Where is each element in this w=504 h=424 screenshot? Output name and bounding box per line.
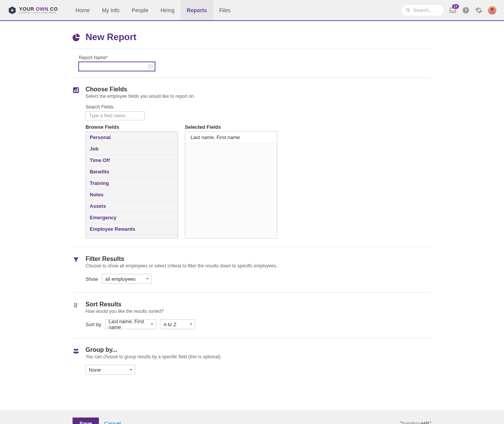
- nav-tab-files[interactable]: Files: [213, 0, 237, 20]
- svg-point-17: [75, 349, 77, 351]
- choose-fields-title: Choose Fields: [86, 86, 431, 93]
- sortby-label: Sort by: [86, 322, 101, 327]
- page-content: New Report Report Name* Choose Fields Se…: [73, 21, 431, 398]
- nav-tab-myinfo[interactable]: My Info: [96, 0, 126, 20]
- inbox-icon[interactable]: 17: [449, 6, 457, 14]
- group-by-select[interactable]: None: [86, 365, 135, 375]
- svg-line-3: [409, 11, 410, 12]
- show-label: Show: [86, 276, 98, 282]
- browse-item-timeoff[interactable]: Time Off: [86, 155, 178, 166]
- contact-card-icon: [147, 63, 153, 70]
- funnel-icon: [73, 256, 80, 284]
- filter-title: Filter Results: [86, 256, 431, 262]
- svg-rect-13: [76, 89, 76, 92]
- show-select[interactable]: all employees: [102, 274, 152, 284]
- browse-item-emergency[interactable]: Emergency: [86, 212, 178, 223]
- gear-icon[interactable]: [475, 6, 483, 14]
- global-search: [402, 5, 444, 16]
- search-fields-input[interactable]: [86, 111, 145, 120]
- browse-item-funfacts[interactable]: Fun Facts: [86, 235, 178, 238]
- browse-fields-list[interactable]: Personal Job Time Off Benefits Training …: [86, 131, 178, 238]
- report-name-input[interactable]: [79, 62, 155, 71]
- svg-rect-7: [148, 65, 153, 68]
- nav-tab-reports[interactable]: Reports: [181, 0, 213, 20]
- brand-tm: ®: [429, 421, 431, 424]
- save-button[interactable]: Save: [73, 418, 99, 424]
- browse-fields-label: Browse Fields: [86, 124, 178, 130]
- page-footer: Save Cancel ®bambooHR®: [0, 410, 504, 424]
- logo-hexagon-icon: [8, 6, 17, 15]
- logo-word-2: OWN: [36, 6, 48, 12]
- nav-tab-hiring[interactable]: Hiring: [154, 0, 181, 20]
- selected-fields-label: Selected Fields: [185, 124, 277, 130]
- choose-fields-subtitle: Select the employee fields you would lik…: [86, 94, 431, 99]
- svg-rect-12: [74, 90, 75, 92]
- search-icon: [405, 8, 411, 13]
- top-navigation: YOUR OWN CO COMPANY LOGO GOES HERE Home …: [0, 0, 504, 21]
- section-filter-results: Filter Results Choose to show all employ…: [73, 247, 431, 292]
- browse-item-job[interactable]: Job: [86, 143, 178, 155]
- filter-subtitle: Choose to show all employees or select c…: [86, 263, 431, 269]
- nav-tab-home[interactable]: Home: [69, 0, 96, 20]
- logo-word-3: CO: [48, 6, 58, 12]
- browse-item-personal[interactable]: Personal: [86, 132, 178, 143]
- brand-suffix: HR: [422, 421, 429, 424]
- sort-order-select[interactable]: A to Z: [160, 319, 195, 329]
- svg-point-6: [491, 8, 493, 10]
- section-sort-results: Sort Results How would you like the resu…: [73, 292, 431, 338]
- selected-item[interactable]: Last name, First name: [185, 132, 277, 143]
- nav-tab-people[interactable]: People: [126, 0, 155, 20]
- browse-item-training[interactable]: Training: [86, 178, 178, 189]
- nav-right: 17 ?: [402, 5, 496, 16]
- section-choose-fields: Choose Fields Select the employee fields…: [73, 77, 431, 247]
- browse-item-benefits[interactable]: Benefits: [86, 166, 178, 178]
- selected-fields-list[interactable]: Last name, First name: [185, 131, 277, 238]
- logo-word-1: YOUR: [19, 6, 36, 12]
- sort-subtitle: How would you like the results sorted?: [86, 309, 431, 314]
- search-fields-label: Search Fields: [86, 104, 431, 110]
- report-name-label: Report Name*: [79, 55, 431, 60]
- logo-tagline: COMPANY LOGO GOES HERE: [19, 11, 58, 14]
- logo-text: YOUR OWN CO COMPANY LOGO GOES HERE: [19, 6, 58, 14]
- svg-text:?: ?: [464, 8, 467, 13]
- brand-prefix: bamboo: [402, 421, 422, 424]
- section-group-by: Group by... You can choose to group resu…: [73, 338, 431, 383]
- group-title: Group by...: [86, 346, 431, 353]
- bamboohr-logo: ®bambooHR®: [400, 420, 431, 424]
- sort-field-select[interactable]: Last name, First name: [105, 319, 156, 329]
- browse-item-notes[interactable]: Notes: [86, 189, 178, 201]
- report-name-block: Report Name*: [73, 49, 431, 77]
- sort-icon: [73, 301, 80, 329]
- svg-rect-14: [77, 88, 78, 92]
- user-avatar[interactable]: [488, 6, 496, 15]
- group-subtitle: You can choose to group results by a spe…: [86, 354, 431, 359]
- company-logo[interactable]: YOUR OWN CO COMPANY LOGO GOES HERE: [8, 6, 58, 15]
- svg-point-8: [149, 66, 150, 67]
- cancel-button[interactable]: Cancel: [104, 421, 121, 424]
- page-title: New Report: [86, 32, 136, 42]
- people-group-icon: [73, 346, 80, 375]
- browse-item-assets[interactable]: Assets: [86, 201, 178, 212]
- help-icon[interactable]: ?: [462, 6, 470, 14]
- pie-chart-icon: [73, 33, 81, 41]
- nav-tabs: Home My Info People Hiring Reports Files: [69, 0, 237, 20]
- svg-point-2: [406, 8, 409, 11]
- notification-badge: 17: [452, 4, 459, 9]
- bar-chart-icon: [73, 86, 80, 238]
- page-header: New Report: [73, 21, 431, 49]
- sort-title: Sort Results: [86, 301, 431, 308]
- browse-item-rewards[interactable]: Employee Rewards: [86, 223, 178, 235]
